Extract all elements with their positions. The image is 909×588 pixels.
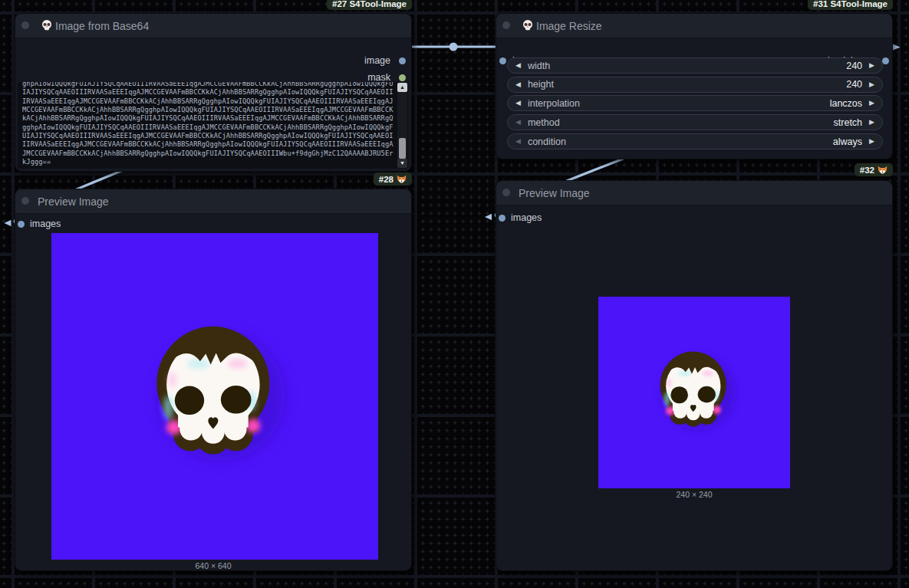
decrement-icon[interactable]: ◀ bbox=[515, 57, 521, 74]
preview-image-640[interactable] bbox=[51, 233, 378, 560]
widget-method[interactable]: ◀ method stretch ▶ bbox=[507, 114, 883, 130]
scrollbar[interactable]: ▲ ▼ bbox=[397, 83, 407, 168]
node-header[interactable]: Preview Image bbox=[15, 189, 411, 214]
widget-value[interactable]: lanczos bbox=[830, 98, 862, 109]
widget-value[interactable]: 240 bbox=[846, 79, 862, 90]
node-badge-32: #32 bbox=[855, 163, 893, 176]
input-label-images: images bbox=[511, 212, 542, 223]
output-slot-resized-image[interactable] bbox=[882, 57, 889, 64]
widget-label: interpolation bbox=[528, 98, 580, 109]
widget-label: height bbox=[528, 79, 554, 90]
badge-text: #31 S4Tool-Image bbox=[813, 0, 888, 8]
scrollbar-thumb[interactable] bbox=[399, 138, 406, 159]
collapse-dot[interactable] bbox=[21, 21, 29, 29]
node-header[interactable]: Image from Base64 bbox=[15, 14, 411, 38]
node-title: Image from Base64 bbox=[55, 20, 149, 32]
collapse-dot[interactable] bbox=[502, 21, 510, 29]
node-preview-image-1[interactable]: Preview Image images bbox=[15, 189, 412, 571]
node-badge-28: #28 bbox=[374, 172, 412, 186]
prev-option-icon[interactable]: ◀ bbox=[515, 95, 521, 111]
node-header[interactable]: Preview Image bbox=[496, 181, 892, 205]
increment-icon[interactable]: ▶ bbox=[869, 57, 874, 74]
node-badge-27: #27 S4Tool-Image bbox=[327, 0, 412, 10]
link-arrow-output bbox=[893, 44, 901, 51]
collapse-dot[interactable] bbox=[21, 197, 29, 205]
widget-label: method bbox=[528, 117, 560, 128]
node-title: Preview Image bbox=[519, 187, 590, 199]
input-slot-image[interactable] bbox=[499, 57, 506, 64]
node-title: Image Resize bbox=[536, 20, 602, 32]
next-option-icon[interactable]: ▶ bbox=[869, 95, 874, 111]
widget-width[interactable]: ◀ width 240 ▶ bbox=[507, 57, 883, 74]
decrement-icon[interactable]: ◀ bbox=[515, 77, 521, 93]
output-slot-image[interactable] bbox=[399, 57, 406, 64]
image-size-caption: 240 × 240 bbox=[496, 490, 892, 499]
collapse-dot[interactable] bbox=[502, 189, 510, 196]
node-header[interactable]: Image Resize bbox=[496, 14, 892, 38]
prev-option-icon[interactable]: ◀ bbox=[515, 114, 521, 130]
output-label-image: image bbox=[364, 55, 390, 66]
base64-text[interactable]: ghpAIowIQQQkgFUIAJIYSQCqAAEOIIIRVAASaEEE… bbox=[22, 82, 396, 166]
widget-value[interactable]: 240 bbox=[846, 61, 862, 71]
next-option-icon[interactable]: ▶ bbox=[869, 133, 874, 149]
widget-height[interactable]: ◀ height 240 ▶ bbox=[507, 77, 883, 93]
node-image-resize[interactable]: Image Resize image resized_image ◀ width… bbox=[496, 13, 893, 159]
widget-value[interactable]: always bbox=[833, 136, 862, 147]
node-badge-31: #31 S4Tool-Image bbox=[808, 0, 893, 10]
link-arrow-preview2 bbox=[485, 214, 492, 221]
link-arrow-preview1 bbox=[5, 220, 12, 227]
skull-icon bbox=[522, 19, 534, 34]
node-title: Preview Image bbox=[38, 195, 109, 208]
input-slot-images[interactable] bbox=[499, 215, 506, 222]
output-slot-mask[interactable] bbox=[399, 74, 406, 81]
node-preview-image-2[interactable]: Preview Image images bbox=[496, 180, 893, 571]
prev-option-icon[interactable]: ◀ bbox=[515, 133, 521, 149]
input-label-images: images bbox=[30, 218, 61, 229]
scroll-up-icon[interactable]: ▲ bbox=[397, 83, 407, 92]
increment-icon[interactable]: ▶ bbox=[869, 77, 874, 93]
badge-text: #28 bbox=[379, 175, 394, 184]
badge-text: #32 bbox=[860, 166, 874, 175]
preview-image-240[interactable] bbox=[598, 297, 790, 488]
next-option-icon[interactable]: ▶ bbox=[869, 114, 874, 130]
node-image-from-base64[interactable]: Image from Base64 image mask ghpAIowIQQQ… bbox=[15, 13, 412, 172]
scroll-down-icon[interactable]: ▼ bbox=[397, 159, 407, 168]
fox-icon bbox=[397, 174, 407, 184]
skull-icon bbox=[41, 19, 53, 34]
output-label-mask: mask bbox=[367, 72, 390, 83]
widget-label: condition bbox=[528, 136, 566, 147]
widget-interpolation[interactable]: ◀ interpolation lanczos ▶ bbox=[507, 95, 883, 111]
wire-midpoint-dot bbox=[450, 43, 458, 51]
fox-icon bbox=[878, 165, 888, 175]
badge-text: #27 S4Tool-Image bbox=[332, 0, 407, 8]
node-graph-canvas[interactable]: Image from Base64 image mask ghpAIowIQQQ… bbox=[0, 0, 909, 588]
base64-text-area[interactable]: ghpAIowIQQQkgFUIAJIYSQCqAAEOIIIRVAASaEEE… bbox=[18, 82, 408, 169]
input-slot-images[interactable] bbox=[18, 221, 25, 228]
widget-value[interactable]: stretch bbox=[834, 117, 863, 128]
widget-label: width bbox=[528, 61, 550, 71]
widget-condition[interactable]: ◀ condition always ▶ bbox=[507, 133, 883, 149]
image-size-caption: 640 × 640 bbox=[15, 561, 411, 570]
